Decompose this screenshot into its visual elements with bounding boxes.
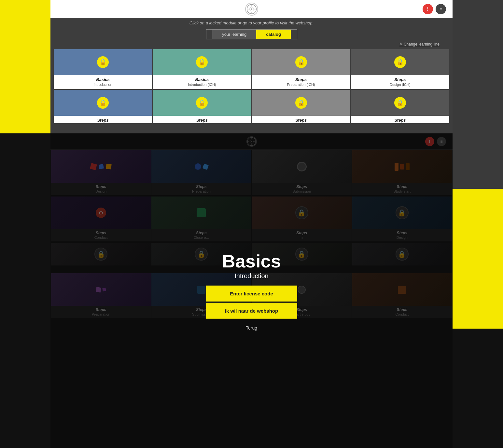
lock-icon: 🔒 — [196, 97, 208, 109]
logo — [245, 3, 258, 16]
module-card-steps-r2-4[interactable]: 🔒 Steps — [351, 90, 449, 123]
module-label: Steps — [252, 75, 350, 83]
module-label: Steps — [351, 116, 449, 123]
module-img: 🔒 — [153, 90, 251, 116]
top-section: ! ≡ Click on a locked module or go to yo… — [50, 0, 453, 133]
modal-dialog: Basics Introduction Enter license code I… — [200, 251, 304, 331]
lock-icon: 🔒 — [295, 56, 307, 68]
module-card-steps-r2-3[interactable]: 🔒 Steps — [252, 90, 350, 123]
modal-overlay: Basics Introduction Enter license code I… — [50, 133, 453, 448]
module-img: 🔒 — [54, 90, 152, 116]
lock-icon: 🔒 — [196, 56, 208, 68]
module-label: Steps — [252, 116, 350, 123]
header-icons: ! ≡ — [423, 4, 446, 14]
header-bar: ! ≡ — [50, 0, 453, 18]
menu-icon[interactable]: ≡ — [436, 4, 446, 14]
module-img: 🔒 — [153, 49, 251, 75]
webshop-button[interactable]: Ik wil naar de webshop — [206, 303, 297, 319]
module-img: 🔒 — [351, 49, 449, 75]
module-card-steps-design-ich[interactable]: 🔒 Steps Design (ICH) — [351, 49, 449, 89]
gray-panel-right-top — [453, 0, 503, 189]
module-card-steps-r2-2[interactable]: 🔒 Steps — [153, 90, 251, 123]
black-panel-left-bottom — [0, 133, 50, 448]
module-label: Basics — [153, 75, 251, 83]
module-label: Steps — [54, 116, 152, 123]
module-card-steps-prep-ich[interactable]: 🔒 Steps Preparation (ICH) — [252, 49, 350, 89]
alert-icon[interactable]: ! — [423, 4, 433, 14]
svg-point-2 — [251, 8, 252, 10]
lock-icon: 🔒 — [97, 56, 109, 68]
modal-subtitle: Introduction — [234, 272, 269, 280]
subtitle-text: Click on a locked module or go to your p… — [50, 18, 453, 27]
modal-title: Basics — [222, 251, 281, 271]
lock-icon: 🔒 — [394, 97, 406, 109]
lock-icon: 🔒 — [97, 97, 109, 109]
yellow-panel-right-bottom — [453, 189, 503, 329]
module-sublabel: Preparation (ICH) — [252, 83, 350, 89]
tabs-container: your learning catalog — [206, 29, 297, 39]
yellow-panel-left-top — [0, 0, 50, 133]
module-sublabel: Introduction — [54, 83, 152, 89]
back-button[interactable]: Terug — [246, 325, 257, 331]
module-label: Steps — [351, 75, 449, 83]
module-grid-top-row1: 🔒 Basics Introduction 🔒 Basics Introduct… — [50, 49, 453, 89]
module-card-basics-intro-ich[interactable]: 🔒 Basics Introduction (ICH) — [153, 49, 251, 89]
lock-icon: 🔒 — [295, 97, 307, 109]
module-img: 🔒 — [252, 90, 350, 116]
module-img: 🔒 — [252, 49, 350, 75]
module-img: 🔒 — [54, 49, 152, 75]
module-img: 🔒 — [351, 90, 449, 116]
module-card-steps-r2-1[interactable]: 🔒 Steps — [54, 90, 152, 123]
module-sublabel: Design (ICH) — [351, 83, 449, 89]
black-panel-right-lower — [453, 329, 503, 448]
lock-icon: 🔒 — [394, 56, 406, 68]
module-grid-top-row2: 🔒 Steps 🔒 Steps 🔒 Steps 🔒 Steps — [50, 90, 453, 123]
module-sublabel: Introduction (ICH) — [153, 83, 251, 89]
tab-catalog[interactable]: catalog — [256, 30, 291, 39]
module-card-basics-intro[interactable]: 🔒 Basics Introduction — [54, 49, 152, 89]
module-label: Basics — [54, 75, 152, 83]
change-learning-line[interactable]: ✎ Change learning line — [50, 42, 453, 47]
module-label: Steps — [153, 116, 251, 123]
enter-license-button[interactable]: Enter license code — [206, 286, 297, 302]
tab-your-learning[interactable]: your learning — [212, 30, 256, 39]
